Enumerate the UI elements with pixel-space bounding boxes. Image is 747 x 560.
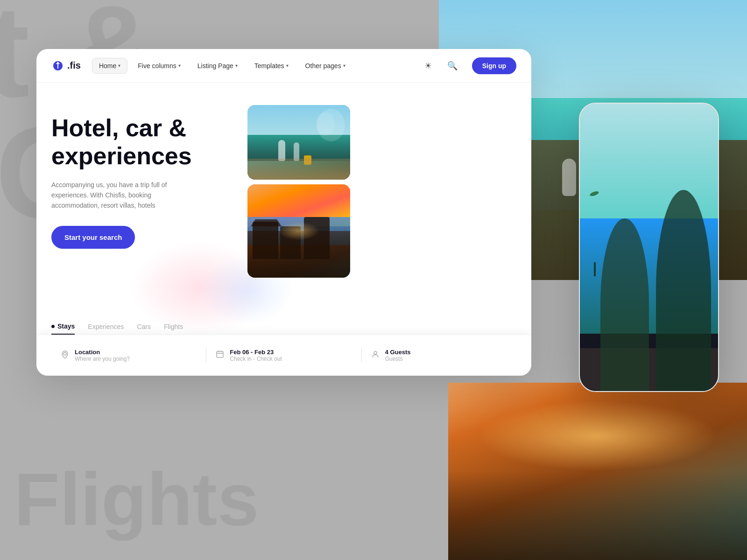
main-card: .fis Home ▾ Five columns ▾ Listing Page … — [36, 49, 531, 376]
dates-label: Feb 06 - Feb 23 — [230, 349, 282, 356]
guests-text: 4 Guests Guests — [385, 349, 411, 362]
dates-text: Feb 06 - Feb 23 Check in - Check out — [230, 349, 282, 362]
nav-home[interactable]: Home ▾ — [92, 58, 127, 74]
phone-content: Hotel, car & experiences Accompanying us… — [580, 142, 718, 323]
search-bar: Location Where are you going? Feb 06 - F… — [36, 335, 531, 376]
tab-cars[interactable]: Cars — [137, 323, 151, 334]
navbar: .fis Home ▾ Five columns ▾ Listing Page … — [36, 49, 531, 83]
nav-listing-page[interactable]: Listing Page ▾ — [191, 58, 244, 73]
hero-section: Hotel, car & experiences Accompanying us… — [36, 83, 531, 335]
sun-icon: ☀ — [424, 61, 432, 71]
guests-icon — [371, 350, 380, 361]
phone-image-4 — [651, 281, 711, 323]
tab-experiences[interactable]: Experiences — [88, 323, 124, 334]
hero-description: Accompanying us, you have a trip full of… — [51, 180, 201, 211]
location-label: Location — [75, 349, 130, 356]
tab-dot — [51, 325, 55, 328]
tabs-row: Stays Experiences Cars Flights — [51, 322, 183, 335]
logo-icon — [51, 59, 64, 72]
logo[interactable]: .fis — [51, 59, 81, 72]
hero-left: Hotel, car & experiences Accompanying us… — [51, 105, 247, 335]
calendar-icon — [216, 350, 224, 361]
search-icon: 🔍 — [447, 61, 458, 71]
svg-point-0 — [63, 352, 66, 355]
hero-image-bottom — [247, 184, 350, 278]
nav-other-pages[interactable]: Other pages ▾ — [299, 58, 352, 73]
templates-chevron-icon: ▾ — [286, 63, 289, 68]
search-button[interactable]: 🔍 — [444, 57, 461, 74]
nav-templates[interactable]: Templates ▾ — [248, 58, 295, 73]
phone-mockup: 🔍 Where to? Anywhere • Any week • Add gu… — [579, 103, 719, 392]
tab-stays[interactable]: Stays — [51, 322, 75, 335]
guests-label: 4 Guests — [385, 349, 411, 356]
theme-toggle-button[interactable]: ☀ — [420, 57, 437, 74]
hero-cta-button[interactable]: Start your search — [51, 226, 135, 249]
logo-text: .fis — [67, 60, 81, 71]
dates-sub: Check in - Check out — [230, 356, 282, 362]
five-col-chevron-icon: ▾ — [178, 63, 181, 68]
tab-flights[interactable]: Flights — [164, 323, 183, 334]
guests-sub: Guests — [385, 356, 411, 362]
bg-image-bottom-right — [448, 383, 747, 560]
svg-point-2 — [374, 351, 377, 354]
dates-section[interactable]: Feb 06 - Feb 23 Check in - Check out — [206, 349, 361, 362]
home-chevron-icon: ▾ — [118, 63, 120, 68]
svg-rect-1 — [217, 351, 223, 357]
location-section[interactable]: Location Where are you going? — [51, 349, 206, 362]
location-placeholder: Where are you going? — [75, 356, 130, 362]
listing-chevron-icon: ▾ — [235, 63, 238, 68]
hero-image-top — [247, 105, 350, 180]
hero-images — [247, 105, 516, 335]
location-text: Location Where are you going? — [75, 349, 130, 362]
nav-five-columns[interactable]: Five columns ▾ — [131, 58, 187, 73]
hero-title: Hotel, car & experiences — [51, 114, 247, 170]
nav-icons: ☀ 🔍 — [420, 57, 461, 74]
bg-text-flights: Flights — [14, 462, 259, 537]
signup-button[interactable]: Sign up — [472, 57, 516, 74]
guests-section[interactable]: 4 Guests Guests — [362, 349, 516, 362]
location-icon — [61, 350, 69, 361]
phone-images-grid — [587, 236, 711, 323]
other-pages-chevron-icon: ▾ — [343, 63, 345, 68]
